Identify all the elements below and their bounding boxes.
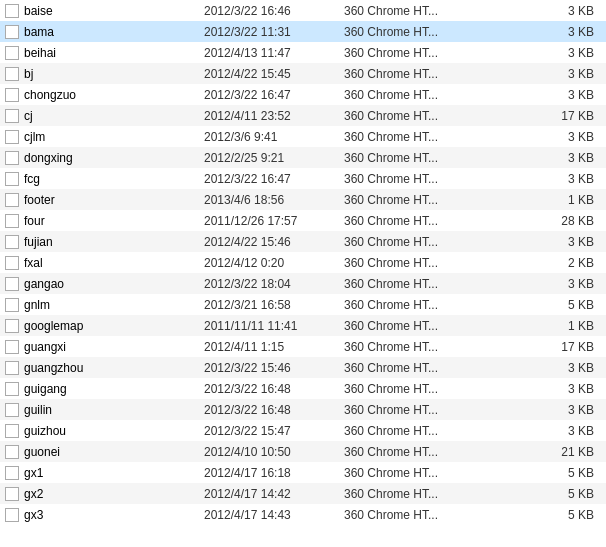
file-icon — [4, 402, 20, 418]
file-size: 3 KB — [464, 277, 602, 291]
table-row[interactable]: guangxi2012/4/11 1:15360 Chrome HT...17 … — [0, 336, 606, 357]
file-icon — [4, 444, 20, 460]
file-type: 360 Chrome HT... — [344, 67, 464, 81]
file-icon — [4, 3, 20, 19]
file-icon — [4, 507, 20, 523]
file-size: 17 KB — [464, 340, 602, 354]
file-icon — [4, 192, 20, 208]
file-type: 360 Chrome HT... — [344, 319, 464, 333]
file-size: 3 KB — [464, 4, 602, 18]
file-date: 2012/4/10 10:50 — [204, 445, 344, 459]
table-row[interactable]: chongzuo2012/3/22 16:47360 Chrome HT...3… — [0, 84, 606, 105]
file-type: 360 Chrome HT... — [344, 193, 464, 207]
table-row[interactable]: baise2012/3/22 16:46360 Chrome HT...3 KB — [0, 0, 606, 21]
file-date: 2012/4/22 15:45 — [204, 67, 344, 81]
table-row[interactable]: dongxing2012/2/25 9:21360 Chrome HT...3 … — [0, 147, 606, 168]
file-icon — [4, 465, 20, 481]
file-icon — [4, 276, 20, 292]
file-icon — [4, 486, 20, 502]
file-size: 3 KB — [464, 361, 602, 375]
file-size: 1 KB — [464, 193, 602, 207]
file-type: 360 Chrome HT... — [344, 256, 464, 270]
file-icon — [4, 66, 20, 82]
table-row[interactable]: fujian2012/4/22 15:46360 Chrome HT...3 K… — [0, 231, 606, 252]
file-type: 360 Chrome HT... — [344, 445, 464, 459]
file-name: four — [24, 214, 204, 228]
file-date: 2012/4/22 15:46 — [204, 235, 344, 249]
file-icon — [4, 87, 20, 103]
file-name: bj — [24, 67, 204, 81]
file-date: 2012/3/22 18:04 — [204, 277, 344, 291]
file-size: 5 KB — [464, 298, 602, 312]
table-row[interactable]: guangzhou2012/3/22 15:46360 Chrome HT...… — [0, 357, 606, 378]
table-row[interactable]: bama2012/3/22 11:31360 Chrome HT...3 KB — [0, 21, 606, 42]
file-name: beihai — [24, 46, 204, 60]
file-date: 2012/3/22 16:47 — [204, 172, 344, 186]
file-type: 360 Chrome HT... — [344, 403, 464, 417]
file-type: 360 Chrome HT... — [344, 4, 464, 18]
table-row[interactable]: guonei2012/4/10 10:50360 Chrome HT...21 … — [0, 441, 606, 462]
file-date: 2012/3/22 15:46 — [204, 361, 344, 375]
table-row[interactable]: gx12012/4/17 16:18360 Chrome HT...5 KB — [0, 462, 606, 483]
file-name: cj — [24, 109, 204, 123]
table-row[interactable]: four2011/12/26 17:57360 Chrome HT...28 K… — [0, 210, 606, 231]
file-date: 2012/3/22 15:47 — [204, 424, 344, 438]
file-type: 360 Chrome HT... — [344, 424, 464, 438]
file-date: 2012/3/22 16:48 — [204, 403, 344, 417]
table-row[interactable]: gx22012/4/17 14:42360 Chrome HT...5 KB — [0, 483, 606, 504]
file-date: 2012/4/17 14:42 — [204, 487, 344, 501]
file-icon — [4, 381, 20, 397]
table-row[interactable]: cjlm2012/3/6 9:41360 Chrome HT...3 KB — [0, 126, 606, 147]
file-date: 2012/4/17 14:43 — [204, 508, 344, 522]
file-name: baise — [24, 4, 204, 18]
file-type: 360 Chrome HT... — [344, 130, 464, 144]
file-name: gx1 — [24, 466, 204, 480]
table-row[interactable]: guigang2012/3/22 16:48360 Chrome HT...3 … — [0, 378, 606, 399]
file-name: gnlm — [24, 298, 204, 312]
table-row[interactable]: bj2012/4/22 15:45360 Chrome HT...3 KB — [0, 63, 606, 84]
file-type: 360 Chrome HT... — [344, 508, 464, 522]
file-type: 360 Chrome HT... — [344, 151, 464, 165]
file-icon — [4, 171, 20, 187]
table-row[interactable]: gnlm2012/3/21 16:58360 Chrome HT...5 KB — [0, 294, 606, 315]
file-type: 360 Chrome HT... — [344, 298, 464, 312]
file-type: 360 Chrome HT... — [344, 109, 464, 123]
file-name: guangxi — [24, 340, 204, 354]
file-date: 2011/11/11 11:41 — [204, 319, 344, 333]
file-icon — [4, 129, 20, 145]
table-row[interactable]: cj2012/4/11 23:52360 Chrome HT...17 KB — [0, 105, 606, 126]
file-size: 3 KB — [464, 46, 602, 60]
file-name: fujian — [24, 235, 204, 249]
file-size: 2 KB — [464, 256, 602, 270]
file-icon — [4, 213, 20, 229]
file-name: cjlm — [24, 130, 204, 144]
file-size: 1 KB — [464, 319, 602, 333]
file-icon — [4, 45, 20, 61]
file-name: guonei — [24, 445, 204, 459]
file-date: 2012/4/17 16:18 — [204, 466, 344, 480]
file-size: 5 KB — [464, 508, 602, 522]
file-size: 28 KB — [464, 214, 602, 228]
table-row[interactable]: gx32012/4/17 14:43360 Chrome HT...5 KB — [0, 504, 606, 525]
file-icon — [4, 108, 20, 124]
table-row[interactable]: fcg2012/3/22 16:47360 Chrome HT...3 KB — [0, 168, 606, 189]
file-icon — [4, 339, 20, 355]
file-type: 360 Chrome HT... — [344, 88, 464, 102]
file-icon — [4, 150, 20, 166]
table-row[interactable]: guilin2012/3/22 16:48360 Chrome HT...3 K… — [0, 399, 606, 420]
table-row[interactable]: fxal2012/4/12 0:20360 Chrome HT...2 KB — [0, 252, 606, 273]
table-row[interactable]: footer2013/4/6 18:56360 Chrome HT...1 KB — [0, 189, 606, 210]
table-row[interactable]: googlemap2011/11/11 11:41360 Chrome HT..… — [0, 315, 606, 336]
file-icon — [4, 423, 20, 439]
table-row[interactable]: gangao2012/3/22 18:04360 Chrome HT...3 K… — [0, 273, 606, 294]
file-size: 17 KB — [464, 109, 602, 123]
table-row[interactable]: guizhou2012/3/22 15:47360 Chrome HT...3 … — [0, 420, 606, 441]
file-date: 2012/3/22 16:47 — [204, 88, 344, 102]
file-date: 2012/4/11 23:52 — [204, 109, 344, 123]
file-type: 360 Chrome HT... — [344, 172, 464, 186]
file-type: 360 Chrome HT... — [344, 340, 464, 354]
file-size: 3 KB — [464, 130, 602, 144]
table-row[interactable]: beihai2012/4/13 11:47360 Chrome HT...3 K… — [0, 42, 606, 63]
file-name: chongzuo — [24, 88, 204, 102]
file-size: 3 KB — [464, 172, 602, 186]
